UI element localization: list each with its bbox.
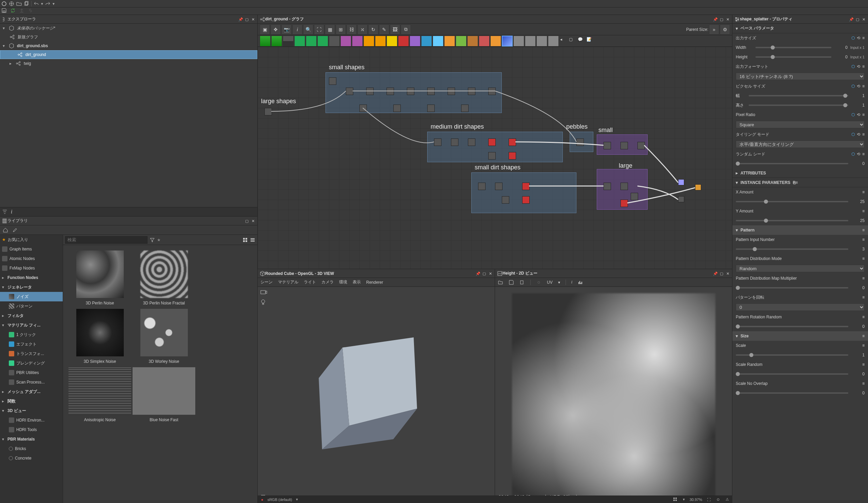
section-instance-params[interactable]: ▾ INSTANCE PARAMETERS ⎘≡	[732, 178, 868, 187]
node-btn[interactable]	[548, 36, 559, 47]
tree-sbs[interactable]: ▾ dirt_ground.sbs	[0, 41, 257, 50]
select-tool[interactable]: ▣	[260, 24, 270, 34]
height-slider[interactable]	[755, 56, 831, 58]
menu-icon[interactable]: ≡	[862, 112, 865, 117]
menu-icon[interactable]: ≡	[862, 209, 865, 213]
menu-icon[interactable]: ≡	[795, 180, 798, 185]
pin-icon[interactable]: 📌	[849, 17, 854, 22]
node-btn[interactable]	[363, 36, 374, 47]
node-btn[interactable]	[490, 36, 501, 47]
reset-icon[interactable]: ⟲	[857, 64, 860, 69]
graph-node[interactable]	[488, 139, 496, 146]
fullscreen-icon[interactable]: ⛶	[707, 497, 711, 502]
warn-icon[interactable]: ⚠	[726, 497, 729, 502]
graph-node[interactable]	[265, 108, 272, 115]
pattern-dist-select[interactable]: Random	[736, 265, 865, 272]
graph-node[interactable]	[386, 88, 394, 95]
menu-icon[interactable]: ≡	[862, 334, 865, 339]
cat-pattern[interactable]: パターン	[0, 301, 63, 311]
menu-icon[interactable]: ≡	[862, 381, 865, 386]
menu-icon[interactable]: ≡	[862, 237, 865, 242]
image-tool[interactable]: 🖼	[390, 24, 400, 34]
node-btn[interactable]	[375, 36, 386, 47]
graph-node[interactable]	[468, 139, 475, 146]
node-btn[interactable]	[525, 36, 536, 47]
node-btn[interactable]	[410, 36, 421, 47]
light-icon[interactable]	[260, 299, 266, 307]
node-btn[interactable]	[294, 36, 305, 47]
align-tool[interactable]: ⊞	[336, 24, 346, 34]
menu-icon[interactable]: ≡	[862, 228, 865, 232]
graph-node[interactable]	[346, 88, 353, 95]
graph-node[interactable]	[522, 183, 530, 190]
uv-label[interactable]: UV	[547, 280, 553, 285]
graph-node[interactable]	[522, 196, 530, 204]
node-btn[interactable]	[386, 36, 397, 47]
tree-graph-selected[interactable]: dirt_ground	[0, 50, 257, 59]
lib-item-aniso[interactable]: Anisotropic Noise	[69, 367, 131, 422]
maximize-icon[interactable]: ▢	[482, 271, 487, 276]
graph-node[interactable]	[447, 88, 455, 95]
link-active-icon[interactable]: ⬡	[851, 132, 855, 137]
pattern-rot-select[interactable]: 0	[736, 303, 865, 311]
link-active-icon[interactable]: ⬡	[851, 152, 855, 157]
reset-icon[interactable]: ⟲	[857, 36, 860, 40]
graph-node[interactable]	[495, 183, 503, 190]
menu-scene[interactable]: シーン	[260, 279, 272, 285]
close-icon[interactable]: ✕	[488, 271, 493, 276]
cat-hdrienv[interactable]: HDRI Environ...	[0, 415, 63, 425]
camera-icon[interactable]	[260, 290, 267, 296]
graph-node[interactable]	[407, 88, 414, 95]
graph-node[interactable]	[488, 88, 496, 95]
node-btn[interactable]	[479, 36, 489, 47]
close-icon[interactable]: ✕	[725, 271, 730, 276]
graph-node[interactable]	[509, 152, 516, 160]
refresh-tool[interactable]: ↻	[368, 24, 379, 34]
yamount-slider[interactable]	[736, 220, 848, 221]
cat-hdritools[interactable]: HDRI Tools	[0, 425, 63, 434]
home-icon[interactable]	[3, 228, 8, 233]
menu-icon[interactable]: ≡	[862, 190, 865, 194]
cat-concrete[interactable]: Concrete	[0, 453, 63, 463]
maximize-icon[interactable]: ▢	[245, 17, 249, 22]
menu-light[interactable]: ライト	[304, 279, 316, 285]
close-icon[interactable]: ✕	[861, 17, 866, 22]
filter-icon[interactable]	[149, 237, 155, 243]
menu-icon[interactable]: ≡	[862, 132, 865, 137]
edit-tool[interactable]: ✎	[379, 24, 389, 34]
tiling-select[interactable]: 水平/垂直方向にタイリング	[736, 141, 865, 148]
lib-item-perlin[interactable]: 3D Perlin Noise	[69, 251, 131, 305]
node-btn[interactable]	[502, 36, 513, 47]
section-base-params[interactable]: ▾ ベース パラメータ	[732, 24, 868, 33]
seed-slider[interactable]	[736, 163, 848, 164]
cat-generators[interactable]: ▾ジェネレータ	[0, 282, 63, 292]
node-btn[interactable]	[513, 36, 524, 47]
graph-node[interactable]	[488, 152, 496, 160]
camera-tool[interactable]: 📷	[281, 24, 292, 34]
pin-icon[interactable]: 📌	[476, 271, 480, 276]
grid-icon[interactable]	[673, 497, 678, 502]
srgb-label[interactable]: sRGB (default)	[268, 497, 292, 502]
tree-newgraph[interactable]: 新規グラフ	[0, 33, 257, 41]
node-btn[interactable]	[433, 36, 444, 47]
node-btn[interactable]	[444, 36, 455, 47]
cat-filter[interactable]: ▸フィルタ	[0, 311, 63, 320]
comment-btn[interactable]: 💬	[578, 37, 586, 45]
grid-view-icon[interactable]	[242, 237, 248, 243]
graph-node[interactable]	[427, 88, 435, 95]
node-btn[interactable]	[340, 36, 351, 47]
open-icon[interactable]	[498, 280, 503, 285]
brush-icon[interactable]	[12, 228, 18, 233]
xamount-slider[interactable]	[736, 201, 848, 202]
save-icon[interactable]	[509, 280, 514, 285]
node-btn[interactable]	[352, 36, 363, 47]
dropdown-icon[interactable]: ▾	[296, 497, 298, 502]
cat-graphitems[interactable]: Graph Items	[0, 244, 63, 254]
close-icon[interactable]: ✕	[250, 17, 255, 22]
graph-node[interactable]	[393, 104, 401, 112]
cat-bricks[interactable]: Bricks	[0, 444, 63, 453]
cat-functions[interactable]: ▸関数	[0, 396, 63, 406]
dropdown-icon[interactable]: ▾	[683, 497, 685, 502]
upload-icon[interactable]	[19, 8, 24, 14]
graph-node[interactable]	[502, 196, 509, 204]
